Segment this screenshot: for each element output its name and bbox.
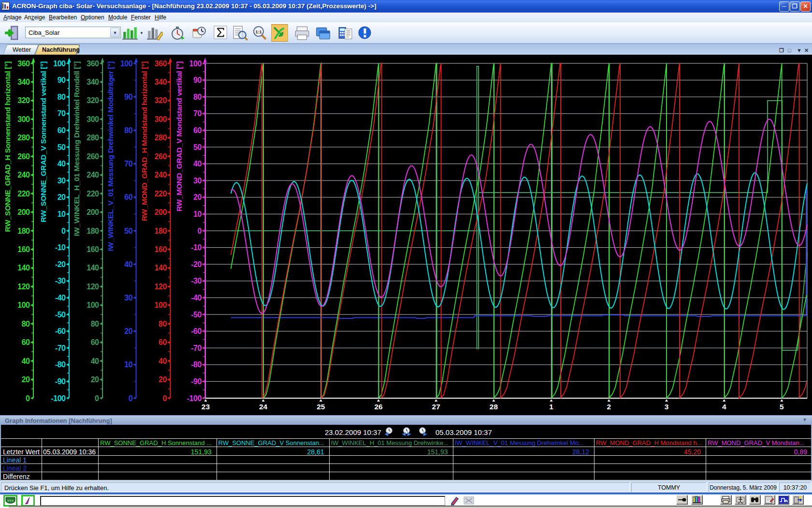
svg-text:180: 180 (17, 227, 30, 235)
svg-text:40: 40 (124, 260, 132, 269)
svg-text:-50: -50 (55, 311, 66, 319)
svg-text:24: 24 (259, 403, 268, 411)
svg-text:240: 240 (87, 171, 99, 179)
svg-text:20: 20 (159, 375, 167, 384)
svg-text:360: 360 (155, 60, 167, 68)
svg-text:220: 220 (17, 190, 30, 198)
svg-text:30: 30 (58, 177, 66, 185)
svg-text:26: 26 (374, 403, 383, 411)
svg-text:-30: -30 (191, 277, 202, 285)
svg-text:-50: -50 (191, 311, 202, 319)
svg-text:160: 160 (155, 245, 167, 254)
svg-text:-70: -70 (55, 344, 66, 352)
svg-text:RW_MOND_GRAD_H Mondstand horiz: RW_MOND_GRAD_H Mondstand horizontal [°] (140, 61, 148, 221)
svg-text:120: 120 (155, 283, 167, 291)
svg-text:23: 23 (202, 403, 210, 411)
svg-text:60: 60 (124, 193, 132, 201)
svg-text:320: 320 (17, 96, 30, 105)
svg-text:-80: -80 (191, 360, 202, 369)
svg-text:280: 280 (87, 134, 99, 142)
svg-text:280: 280 (17, 134, 30, 142)
svg-text:80: 80 (159, 320, 167, 328)
svg-text:50: 50 (193, 143, 202, 151)
svg-text:80: 80 (22, 320, 30, 328)
svg-text:RW_SONNE_GRAD_H Sonnenstand ho: RW_SONNE_GRAD_H Sonnenstand horizontal [… (3, 61, 12, 232)
svg-text:70: 70 (193, 109, 202, 118)
svg-text:50: 50 (58, 143, 66, 151)
svg-text:200: 200 (17, 208, 30, 216)
svg-text:20: 20 (124, 327, 132, 335)
svg-text:0: 0 (162, 394, 167, 403)
svg-text:40: 40 (58, 160, 66, 168)
svg-text:220: 220 (87, 190, 99, 198)
svg-text:3: 3 (665, 403, 669, 411)
svg-text:20: 20 (193, 193, 202, 201)
svg-text:RW_MOND_GRAD_V Mondstand verti: RW_MOND_GRAD_V Mondstand vertikal [°] (175, 61, 183, 211)
svg-text:28: 28 (490, 403, 498, 411)
svg-text:340: 340 (155, 78, 167, 86)
svg-text:60: 60 (159, 338, 167, 346)
svg-text:40: 40 (91, 357, 99, 365)
svg-text:160: 160 (87, 245, 99, 254)
svg-text:IW_WINKEL_V_01 Messung Drehwin: IW_WINKEL_V_01 Messung Drehwinkel Modult… (106, 61, 115, 251)
svg-text:100: 100 (17, 301, 30, 309)
svg-text:-10: -10 (55, 243, 66, 252)
svg-text:200: 200 (155, 208, 167, 216)
svg-text:40: 40 (193, 160, 202, 168)
svg-text:0: 0 (26, 394, 30, 403)
svg-text:80: 80 (124, 126, 132, 134)
svg-text:240: 240 (17, 171, 30, 179)
svg-text:120: 120 (87, 283, 99, 291)
svg-text:10: 10 (193, 210, 202, 218)
svg-text:320: 320 (155, 96, 167, 105)
svg-text:300: 300 (155, 115, 167, 123)
svg-text:60: 60 (91, 338, 99, 346)
svg-text:50: 50 (124, 227, 132, 235)
svg-text:-80: -80 (55, 360, 66, 369)
svg-text:340: 340 (87, 78, 99, 86)
svg-text:10: 10 (124, 360, 132, 369)
svg-text:180: 180 (87, 227, 99, 235)
svg-text:-60: -60 (55, 327, 66, 335)
svg-text:220: 220 (155, 190, 167, 198)
svg-text:80: 80 (58, 93, 66, 101)
svg-text:1: 1 (549, 403, 553, 411)
svg-text:200: 200 (87, 208, 99, 216)
svg-text:300: 300 (17, 115, 30, 123)
svg-text:-100: -100 (51, 394, 66, 403)
svg-text:70: 70 (124, 160, 132, 168)
svg-text:260: 260 (155, 152, 167, 161)
svg-text:25: 25 (317, 403, 325, 411)
svg-text:90: 90 (193, 76, 202, 84)
svg-text:0: 0 (61, 227, 66, 235)
svg-text:280: 280 (155, 134, 167, 142)
svg-text:60: 60 (193, 126, 202, 134)
svg-text:4: 4 (722, 403, 726, 411)
svg-text:320: 320 (87, 96, 99, 105)
svg-text:-90: -90 (191, 377, 202, 386)
svg-text:60: 60 (58, 126, 66, 134)
svg-text:-100: -100 (187, 394, 202, 403)
svg-text:30: 30 (124, 294, 132, 302)
svg-text:140: 140 (155, 264, 167, 272)
svg-text:100: 100 (155, 301, 167, 309)
svg-text:240: 240 (155, 171, 167, 179)
svg-text:60: 60 (22, 338, 30, 346)
svg-text:90: 90 (124, 93, 132, 101)
svg-text:90: 90 (58, 76, 66, 84)
svg-text:260: 260 (17, 152, 30, 161)
svg-text:0: 0 (197, 227, 202, 235)
svg-text:10: 10 (58, 210, 66, 218)
svg-text:IW_WINKEL_H_01 Messung Drehwin: IW_WINKEL_H_01 Messung Drehwinkel Rondel… (72, 61, 81, 236)
svg-text:70: 70 (58, 109, 66, 118)
svg-text:20: 20 (22, 375, 30, 384)
svg-text:360: 360 (17, 60, 30, 68)
svg-text:20: 20 (58, 193, 66, 201)
svg-text:RW_SONNE_GRAD_V Sonnenstand ve: RW_SONNE_GRAD_V Sonnenstand vertikal [°] (39, 61, 47, 223)
svg-text:40: 40 (159, 357, 167, 365)
svg-text:100: 100 (87, 301, 99, 309)
svg-text:-70: -70 (191, 344, 202, 352)
svg-text:300: 300 (87, 115, 99, 123)
svg-text:100: 100 (120, 60, 133, 68)
svg-text:-20: -20 (55, 260, 66, 269)
